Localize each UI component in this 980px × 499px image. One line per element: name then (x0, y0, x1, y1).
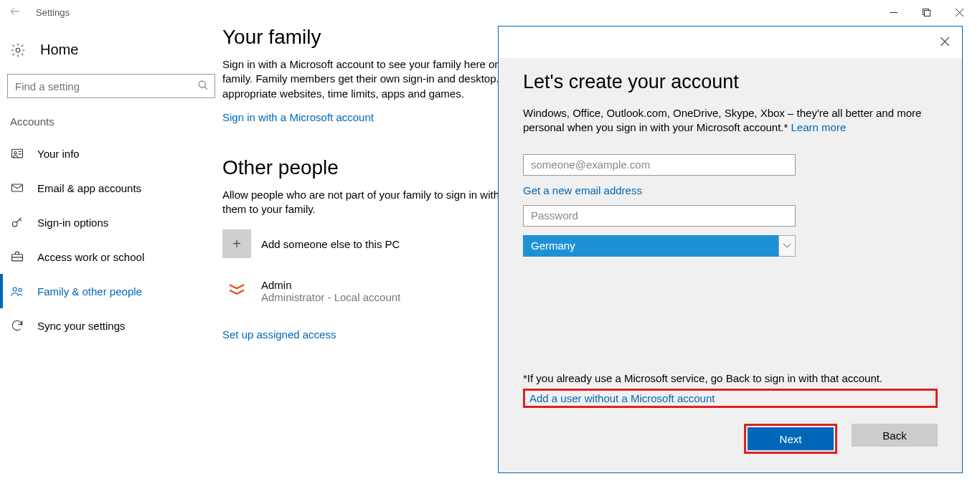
svg-point-7 (12, 222, 17, 227)
svg-point-9 (13, 287, 17, 291)
back-button[interactable] (4, 2, 27, 23)
country-select[interactable]: Germany (523, 235, 796, 257)
back-button[interactable]: Back (852, 424, 938, 447)
svg-rect-1 (924, 10, 930, 16)
dialog-footer: Next Back (499, 408, 962, 472)
dialog-header (499, 27, 962, 58)
svg-rect-6 (12, 184, 23, 191)
email-field[interactable] (523, 154, 796, 176)
home-nav[interactable]: Home (0, 37, 222, 68)
admin-badge-icon (222, 277, 251, 305)
key-icon (10, 215, 24, 229)
people-icon (10, 284, 24, 298)
new-email-link[interactable]: Get a new email address (523, 184, 938, 196)
search-icon (197, 80, 209, 93)
home-label: Home (40, 42, 78, 58)
admin-name: Admin (261, 279, 400, 291)
admin-role: Administrator - Local account (261, 291, 400, 303)
sidebar-item-label: Sign-in options (37, 217, 108, 229)
password-field[interactable] (523, 205, 796, 227)
titlebar: Settings (0, 0, 980, 24)
dialog-subtitle: Windows, Office, Outlook.com, OneDrive, … (523, 106, 938, 136)
sidebar-item-email[interactable]: Email & app accounts (0, 171, 222, 205)
dialog-close-button[interactable] (936, 32, 953, 53)
sidebar-item-family[interactable]: Family & other people (0, 274, 222, 308)
gear-icon (10, 42, 26, 58)
search-box[interactable] (7, 74, 215, 98)
sidebar-item-work[interactable]: Access work or school (0, 239, 222, 274)
mail-icon (10, 181, 24, 195)
already-note: *If you already use a Microsoft service,… (523, 293, 938, 384)
svg-point-10 (19, 288, 22, 291)
sidebar-item-label: Your info (37, 148, 80, 160)
user-icon (10, 146, 24, 161)
window-title: Settings (36, 7, 70, 18)
dialog-title: Let's create your account (523, 71, 938, 93)
learn-more-link[interactable]: Learn more (791, 121, 847, 133)
plus-icon: + (222, 229, 251, 258)
sidebar-item-signin[interactable]: Sign-in options (0, 205, 222, 239)
add-without-ms-highlight: Add a user without a Microsoft account (523, 389, 938, 408)
sync-icon (10, 318, 24, 333)
briefcase-icon (10, 250, 24, 264)
next-button[interactable]: Next (748, 427, 834, 450)
sidebar-item-label: Access work or school (37, 251, 144, 263)
sidebar-item-your-info[interactable]: Your info (0, 136, 222, 171)
add-someone-label: Add someone else to this PC (261, 238, 400, 250)
window-controls (877, 1, 976, 24)
dialog-sub-text: Windows, Office, Outlook.com, OneDrive, … (523, 107, 921, 133)
section-label: Accounts (0, 98, 222, 136)
minimize-button[interactable] (877, 1, 910, 24)
close-button[interactable] (943, 1, 976, 24)
sidebar-item-label: Sync your settings (37, 320, 126, 332)
sidebar-item-label: Family & other people (37, 285, 142, 298)
sidebar-item-label: Email & app accounts (37, 182, 141, 194)
create-account-dialog: Let's create your account Windows, Offic… (498, 26, 963, 473)
svg-point-5 (14, 152, 17, 154)
next-button-highlight: Next (744, 424, 837, 454)
country-value: Germany (523, 235, 796, 257)
maximize-button[interactable] (910, 1, 943, 24)
svg-point-3 (199, 81, 205, 87)
sidebar: Home Accounts Your info Email & app acco… (0, 24, 222, 499)
svg-point-2 (16, 48, 20, 52)
assigned-access-link[interactable]: Set up assigned access (222, 328, 336, 341)
add-without-ms-link[interactable]: Add a user without a Microsoft account (529, 392, 715, 404)
search-input[interactable] (15, 80, 197, 92)
sidebar-item-sync[interactable]: Sync your settings (0, 308, 222, 343)
chevron-down-icon (778, 235, 796, 257)
signin-link[interactable]: Sign in with a Microsoft account (222, 111, 374, 123)
